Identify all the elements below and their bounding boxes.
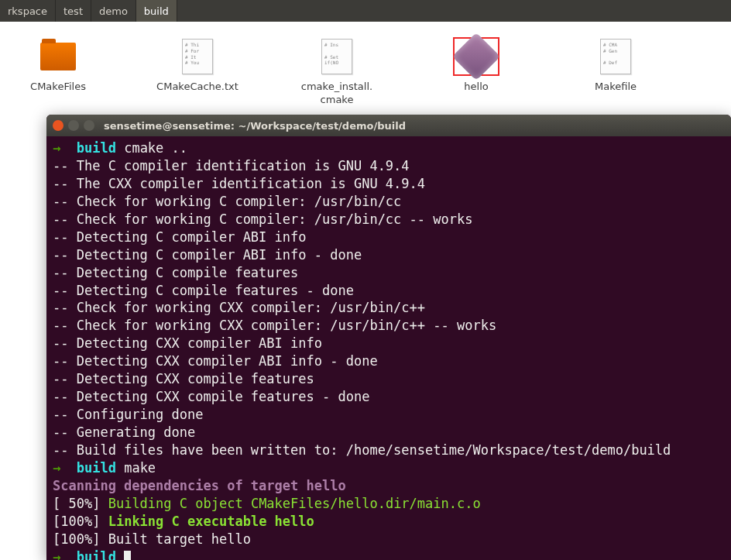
textfile-icon: # Thi # For # It # You [174, 37, 221, 76]
term-line: -- The CXX compiler identification is GN… [53, 176, 425, 191]
term-line: -- Detecting CXX compile features - done [53, 389, 369, 404]
file-item-hello[interactable]: hello [426, 37, 527, 94]
file-label: Makefile [595, 81, 637, 94]
file-browser: CMakeFiles # Thi # For # It # You CMakeC… [0, 22, 731, 130]
file-label: hello [464, 81, 488, 94]
terminal-titlebar[interactable]: sensetime@sensetime: ~/Workspace/test/de… [46, 115, 731, 136]
file-item-cmakefiles[interactable]: CMakeFiles [8, 37, 108, 94]
file-label: CMakeFiles [30, 81, 86, 94]
terminal-title: sensetime@sensetime: ~/Workspace/test/de… [104, 120, 406, 132]
term-line: -- Detecting CXX compiler ABI info [53, 335, 322, 351]
term-line: Scanning dependencies of target hello [53, 478, 346, 493]
prompt-dir: build [77, 460, 116, 476]
term-line: Building C object CMakeFiles/hello.dir/m… [108, 496, 481, 511]
executable-icon [453, 37, 499, 76]
file-item-cmakeinstall[interactable]: # Ins # Set if(NO cmake_install. cmake [287, 37, 387, 107]
term-line: Linking C executable hello [108, 514, 314, 529]
term-line: -- Check for working C compiler: /usr/bi… [53, 194, 401, 209]
term-line: -- Check for working CXX compiler: /usr/… [53, 300, 425, 315]
minimize-icon[interactable] [68, 120, 79, 131]
term-line: -- Build files have been written to: /ho… [53, 442, 671, 458]
term-line: -- Detecting CXX compile features [53, 371, 314, 387]
folder-icon [35, 37, 81, 76]
crumb-build[interactable]: build [136, 0, 177, 22]
term-line: -- Check for working CXX compiler: /usr/… [53, 318, 496, 333]
textfile-icon: # Ins # Set if(NO [314, 37, 360, 76]
prompt-cmd: cmake .. [124, 140, 187, 156]
term-line: Built target hello [108, 531, 251, 547]
crumb-demo[interactable]: demo [91, 0, 136, 22]
term-line: -- Detecting C compile features - done [53, 283, 354, 298]
textfile-icon: # CMA # Gen # Def [592, 37, 639, 76]
term-line: -- Detecting C compiler ABI info - done [53, 247, 362, 263]
term-line: -- The C compiler identification is GNU … [53, 158, 410, 173]
prompt-arrow-icon: → [53, 140, 77, 156]
term-line: -- Detecting C compile features [53, 265, 298, 280]
file-label: CMakeCache.txt [156, 81, 239, 94]
file-item-makefile[interactable]: # CMA # Gen # Def Makefile [565, 37, 666, 94]
terminal-body[interactable]: → build cmake .. -- The C compiler ident… [46, 136, 731, 560]
term-line: -- Check for working C compiler: /usr/bi… [53, 211, 472, 227]
cursor-icon [124, 551, 131, 560]
prompt-dir: build [77, 140, 116, 156]
file-item-cmakecache[interactable]: # Thi # For # It # You CMakeCache.txt [147, 37, 248, 94]
term-line: -- Configuring done [53, 407, 203, 422]
breadcrumb: rkspace test demo build [0, 0, 731, 22]
term-pct: [100%] [53, 531, 100, 547]
prompt-arrow-icon: → [53, 460, 77, 476]
term-line: -- Generating done [53, 424, 195, 440]
term-pct: [ 50%] [53, 496, 100, 511]
terminal-window: sensetime@sensetime: ~/Workspace/test/de… [46, 115, 731, 560]
file-label: cmake_install. cmake [287, 81, 387, 107]
close-icon[interactable] [53, 120, 63, 131]
crumb-workspace[interactable]: rkspace [0, 0, 56, 22]
maximize-icon[interactable] [84, 120, 94, 131]
term-line: -- Detecting CXX compiler ABI info - don… [53, 353, 378, 369]
term-pct: [100%] [53, 514, 100, 529]
prompt-arrow-icon: → [53, 549, 77, 560]
crumb-test[interactable]: test [56, 0, 91, 22]
prompt-dir: build [77, 549, 116, 560]
prompt-cmd: make [124, 460, 156, 476]
term-line: -- Detecting C compiler ABI info [53, 229, 307, 245]
